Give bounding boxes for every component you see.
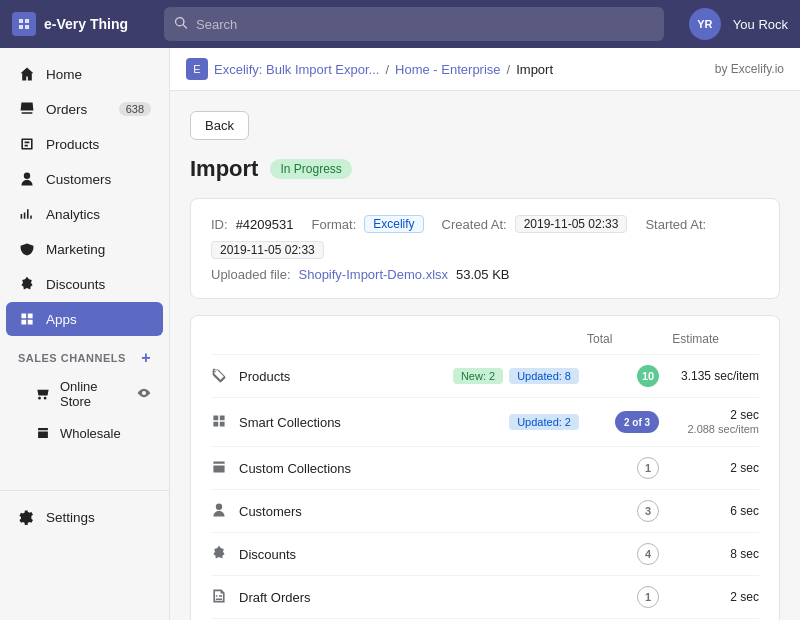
tag-new-products: New: 2: [453, 368, 503, 384]
sidebar-label-apps: Apps: [46, 312, 77, 327]
sidebar-item-marketing[interactable]: Marketing: [6, 232, 163, 266]
search-bar[interactable]: [164, 7, 664, 41]
breadcrumb-current: Import: [516, 62, 553, 77]
settings-icon: [18, 508, 36, 526]
sales-channels-label: SALES CHANNELS +: [0, 337, 169, 371]
home-icon: [18, 65, 36, 83]
orders-badge: 638: [119, 102, 151, 116]
custom-collection-icon: [211, 459, 239, 478]
row-label-customers: Customers: [239, 504, 579, 519]
estimate-discounts: 8 sec: [659, 547, 759, 561]
brand: e-Very Thing: [12, 12, 152, 36]
online-store-eye-icon: [137, 386, 151, 403]
sidebar-label-products: Products: [46, 137, 99, 152]
marketing-icon: [18, 240, 36, 258]
table-row: Customers 3 6 sec: [211, 489, 759, 532]
sidebar-item-wholesale[interactable]: Wholesale: [6, 417, 163, 449]
sidebar-item-orders[interactable]: Orders 638: [6, 92, 163, 126]
products-icon: [18, 135, 36, 153]
sidebar-label-analytics: Analytics: [46, 207, 100, 222]
started-val: 2019-11-05 02:33: [211, 241, 324, 259]
total-discounts: 4: [637, 543, 659, 565]
estimate-smart-collections: 2 sec 2.088 sec/item: [659, 408, 759, 436]
col-total: Total: [587, 332, 612, 346]
row-label-custom-collections: Custom Collections: [239, 461, 579, 476]
analytics-icon: [18, 205, 36, 223]
sidebar-label-orders: Orders: [46, 102, 87, 117]
sidebar-label-home: Home: [46, 67, 82, 82]
wholesale-icon: [34, 424, 52, 442]
online-store-icon: [34, 385, 52, 403]
app-icon: E: [186, 58, 208, 80]
sidebar-item-analytics[interactable]: Analytics: [6, 197, 163, 231]
row-label-draft-orders: Draft Orders: [239, 590, 579, 605]
table-row: Draft Orders 1 2 sec: [211, 575, 759, 618]
customers-icon: [18, 170, 36, 188]
table-header: Total Estimate: [211, 332, 759, 354]
sidebar-item-products[interactable]: Products: [6, 127, 163, 161]
sidebar-item-customers[interactable]: Customers: [6, 162, 163, 196]
breadcrumb-app-name[interactable]: Excelify: Bulk Import Expor...: [214, 62, 379, 77]
orders-icon: [18, 100, 36, 118]
sidebar-item-discounts[interactable]: Discounts: [6, 267, 163, 301]
total-custom-collections: 1: [637, 457, 659, 479]
total-draft-orders: 1: [637, 586, 659, 608]
sidebar-item-settings[interactable]: Settings: [6, 500, 163, 534]
person-icon: [211, 502, 239, 521]
avatar: YR: [689, 8, 721, 40]
table-row: Custom Collections 1 2 sec: [211, 446, 759, 489]
brand-icon: [12, 12, 36, 36]
tag-updated-smart: Updated: 2: [509, 414, 579, 430]
estimate-custom-collections: 2 sec: [659, 461, 759, 475]
breadcrumb-sep2: /: [507, 62, 511, 77]
file-label: Uploaded file:: [211, 267, 291, 282]
tag-icon: [211, 367, 239, 386]
draft-icon: [211, 588, 239, 607]
brand-name: e-Very Thing: [44, 16, 128, 32]
sidebar-item-online-store[interactable]: Online Store: [6, 372, 163, 416]
table-row: Products New: 2 Updated: 8 10 3.135 sec/…: [211, 354, 759, 397]
started-label: Started At:: [645, 217, 706, 232]
sidebar-label-settings: Settings: [46, 510, 95, 525]
sidebar-item-home[interactable]: Home: [6, 57, 163, 91]
created-label: Created At:: [442, 217, 507, 232]
total-smart-collections: 2 of 3: [615, 411, 659, 433]
breadcrumb-by: by Excelify.io: [715, 62, 784, 76]
row-label-products: Products: [239, 369, 453, 384]
table-row: Smart Collections Updated: 2 2 of 3 2 se…: [211, 397, 759, 446]
add-sales-channel-button[interactable]: +: [141, 349, 151, 367]
table-row: Discounts 4 8 sec: [211, 532, 759, 575]
sidebar-item-apps[interactable]: Apps: [6, 302, 163, 336]
discounts-icon: [18, 275, 36, 293]
search-input[interactable]: [196, 17, 654, 32]
estimate-products: 3.135 sec/item: [659, 369, 759, 383]
file-name[interactable]: Shopify-Import-Demo.xlsx: [299, 267, 449, 282]
col-estimate: Estimate: [672, 332, 719, 346]
id-val: #4209531: [236, 217, 294, 232]
page-header: Import In Progress: [190, 156, 780, 182]
status-badge: In Progress: [270, 159, 351, 179]
row-label-smart-collections: Smart Collections: [239, 415, 509, 430]
back-button[interactable]: Back: [190, 111, 249, 140]
sidebar-label-discounts: Discounts: [46, 277, 105, 292]
page-title: Import: [190, 156, 258, 182]
file-size: 53.05 KB: [456, 267, 510, 282]
format-label: Format:: [311, 217, 356, 232]
breadcrumb-bar: E Excelify: Bulk Import Expor... / Home …: [170, 48, 800, 91]
sidebar-label-wholesale: Wholesale: [60, 426, 121, 441]
total-customers: 3: [637, 500, 659, 522]
tag-updated-products: Updated: 8: [509, 368, 579, 384]
estimate-draft-orders: 2 sec: [659, 590, 759, 604]
search-icon: [174, 16, 188, 33]
sidebar: Home Orders 638 Products: [0, 48, 170, 620]
row-label-discounts: Discounts: [239, 547, 579, 562]
data-table-card: Total Estimate Products New: 2 Updated: …: [190, 315, 780, 620]
breadcrumb-sep1: /: [385, 62, 389, 77]
apps-icon: [18, 310, 36, 328]
sidebar-label-online-store: Online Store: [60, 379, 129, 409]
user-name: You Rock: [733, 17, 788, 32]
breadcrumb-section[interactable]: Home - Enterprise: [395, 62, 500, 77]
format-val: Excelify: [364, 215, 423, 233]
discount-icon: [211, 545, 239, 564]
sidebar-label-marketing: Marketing: [46, 242, 105, 257]
